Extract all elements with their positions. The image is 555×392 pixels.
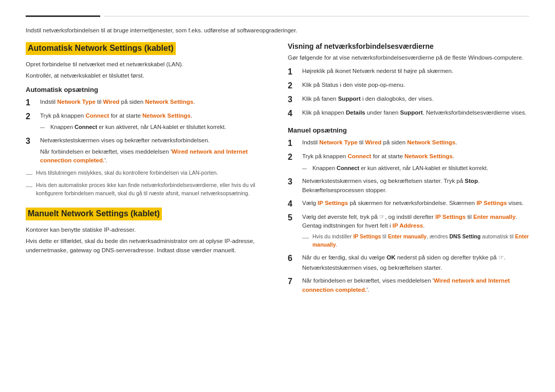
dash-icon: – (40, 123, 48, 132)
manuel-num-6: 6 (288, 253, 299, 263)
col-left: Automatisk Network Settings (kablet) Opr… (26, 42, 267, 298)
manuel-step-3: 3 Netværkstestskærmen vises, og bekræfte… (288, 177, 529, 195)
sub-heading-manuel: Manuel opsætning (288, 126, 529, 134)
step-content-2: Tryk på knappen Connect for at starte Ne… (40, 111, 267, 132)
manuel-steps: 1 Indstil Network Type til Wired på side… (288, 138, 529, 294)
note-content-5: Hvis du indstiller IP Settings til Enter… (312, 233, 529, 249)
visning-step-3: 3 Klik på fanen Support i den dialogboks… (288, 95, 529, 104)
stop-label: Stop (465, 178, 478, 184)
manuel-content-7: Når forbindelsen er bekræftet, vises med… (302, 276, 529, 294)
step-num-1: 1 (26, 98, 37, 107)
visning-desc: Gør følgende for at vise netværksforbind… (288, 53, 529, 62)
ip-settings-note: IP Settings (353, 233, 381, 239)
visning-text-4: Klik på knappen Details under fanen Supp… (302, 109, 527, 116)
visning-num-4: 4 (288, 108, 299, 118)
desc-manuelt-1: Kontorer kan benytte statiske IP-adresse… (26, 226, 267, 234)
ip-settings-label2: IP Settings (476, 200, 507, 206)
details-label: Details (346, 109, 365, 116)
manuel-num-5: 5 (288, 213, 299, 222)
wired-msg: Wired network and Internet connection co… (40, 148, 248, 163)
manuel-step-6: 6 Når du er færdig, skal du vælge OK ned… (288, 253, 529, 273)
manuel-num-1: 1 (288, 138, 299, 148)
note-block-1: — Hvis tilslutningen mislykkes, skal du … (26, 169, 267, 179)
manuel-step-7: 7 Når forbindelsen er bekræftet, vises m… (288, 276, 529, 294)
manuel-num-3: 3 (288, 177, 299, 186)
visning-content-3: Klik på fanen Support i den dialogboks, … (302, 95, 529, 103)
manuel-step-4: 4 Vælg IP Settings på skærmen for netvær… (288, 199, 529, 209)
note-dash-5: — (302, 233, 311, 243)
columns: Automatisk Network Settings (kablet) Opr… (26, 42, 529, 298)
note-content-2: Hvis den automatiske proces ikke kan fin… (36, 181, 267, 198)
visning-content-1: Højreklik på ikonet Netværk nederst til … (302, 67, 529, 76)
step-2: 2 Tryk på knappen Connect for at starte … (26, 111, 267, 132)
intro-text: Indstil netværksforbindelsen til at brug… (26, 26, 529, 35)
network-settings-label-2: Network Settings (142, 113, 191, 119)
ip-settings-label: IP Settings (318, 200, 348, 206)
ip-settings-enter: IP Settings (435, 214, 466, 220)
desc-automatisk-2: Kontrollér, at netværkskablet er tilslut… (26, 71, 267, 80)
manuel-num-7: 7 (288, 276, 299, 286)
step-content-3: Netværkstestskærmen vises og bekræfter n… (40, 136, 267, 165)
step-num-2: 2 (26, 111, 37, 121)
desc-manuelt-2: Hvis dette er tilfældet, skal du bede di… (26, 237, 267, 255)
visning-step-2: 2 Klik på Status i den viste pop-op-menu… (288, 81, 529, 90)
section-visning: Visning af netværksforbindelsesværdierne… (288, 42, 529, 118)
ok-label: OK (386, 254, 395, 260)
manuel-num-2: 2 (288, 152, 299, 162)
dash-sub-2: – Knappen Connect er kun aktiveret, når … (40, 123, 267, 132)
manuel-content-1: Indstil Network Type til Wired på siden … (302, 138, 529, 147)
support-label: Support (338, 96, 361, 102)
connect-bold: Connect (75, 124, 97, 130)
manuel-content-2: Tryk på knappen Connect for at starte Ne… (302, 152, 529, 173)
step-text: Indstil Network Type til Wired på siden … (40, 99, 195, 105)
desc-automatisk-1: Opret forbindelse til netværket med et n… (26, 60, 267, 69)
manuel-step-5: 5 Vælg det øverste felt, tryk på ☞, og i… (288, 213, 529, 249)
wired-label: Wired (103, 99, 120, 105)
visning-content-4: Klik på knappen Details under fanen Supp… (302, 108, 529, 117)
manuel-content-3: Netværkstestskærmen vises, og bekræftels… (302, 177, 529, 195)
manuel-content-5: Vælg det øverste felt, tryk på ☞, og ind… (302, 213, 529, 249)
manuel-num-4: 4 (288, 199, 299, 209)
connect-r: Connect (347, 153, 371, 159)
dash-text-r2: Knappen Connect er kun aktiveret, når LA… (312, 164, 529, 173)
network-type-label: Network Type (57, 99, 96, 105)
visning-step-4: 4 Klik på knappen Details under fanen Su… (288, 108, 529, 118)
visning-heading: Visning af netværksforbindelsesværdierne (288, 42, 529, 50)
connect-label: Connect (85, 113, 109, 119)
visning-step-1: 1 Højreklik på ikonet Netværk nederst ti… (288, 67, 529, 77)
note-dash-1: — (26, 169, 35, 179)
network-settings-r: Network Settings (407, 139, 455, 145)
manuel-content-6: Når du er færdig, skal du vælge OK neder… (302, 253, 529, 273)
step-content-1: Indstil Network Type til Wired på siden … (40, 98, 267, 106)
dash-icon-r: – (302, 164, 310, 173)
ip-address-label: IP Address (393, 222, 423, 229)
page: Indstil netværksforbindelsen til at brug… (0, 0, 555, 392)
section-heading-manuelt: Manuelt Network Settings (kablet) (26, 208, 162, 220)
support-label-2: Support (400, 109, 423, 116)
visning-text-2: Klik på Status i den viste pop-op-menu. (302, 82, 405, 88)
rule-light (104, 16, 529, 16)
visning-text-1: Højreklik på ikonet Netværk nederst til … (302, 68, 453, 74)
visning-text-3: Klik på fanen Support i den dialogboks, … (302, 96, 434, 102)
step-3: 3 Netværkstestskærmen vises og bekræfter… (26, 136, 267, 165)
visning-steps: 1 Højreklik på ikonet Netværk nederst ti… (288, 67, 529, 119)
network-type-r: Network Type (319, 139, 358, 145)
step3-note: Når forbindelsen er bekræftet, vises med… (40, 147, 267, 165)
connect-bold-r: Connect (337, 165, 359, 171)
manuel-step-1: 1 Indstil Network Type til Wired på side… (288, 138, 529, 148)
step6-continuation: Netværkstestskærmen vises, og bekræftels… (302, 264, 529, 272)
section-manuelt: Manuelt Network Settings (kablet) Kontor… (26, 208, 267, 255)
network-settings-label: Network Settings (145, 99, 193, 105)
visning-content-2: Klik på Status i den viste pop-op-menu. (302, 81, 529, 89)
dns-setting-label: DNS Setting (450, 233, 481, 239)
top-rules (26, 15, 529, 17)
visning-num-2: 2 (288, 81, 299, 90)
wired-msg-r: Wired network and Internet connection co… (302, 277, 510, 292)
manuel-content-4: Vælg IP Settings på skærmen for netværks… (302, 199, 529, 208)
step-num-3: 3 (26, 136, 37, 146)
note-content-1: Hvis tilslutningen mislykkes, skal du ko… (36, 169, 267, 177)
enter-manually-note: Enter manually (388, 233, 427, 239)
note-dash-2: — (26, 181, 35, 192)
section-manuel: Manuel opsætning 1 Indstil Network Type … (288, 126, 529, 294)
col-right: Visning af netværksforbindelsesværdierne… (288, 42, 529, 298)
